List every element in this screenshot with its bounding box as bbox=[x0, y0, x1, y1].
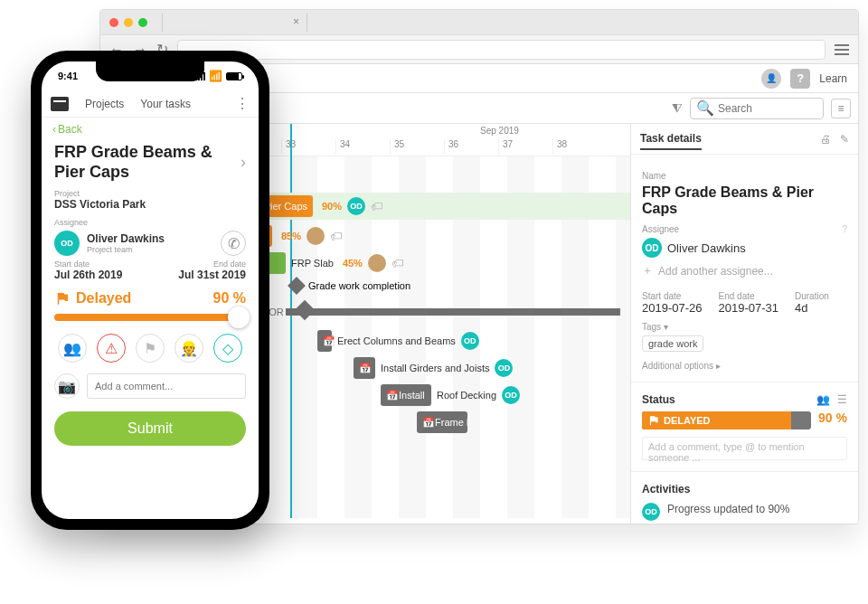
additional-options[interactable]: Additional options ▸ bbox=[642, 361, 847, 371]
phone-mockup: 9:41 📶 Projects Your tasks ⋮ ‹ Back FRP … bbox=[31, 51, 269, 530]
assignee-badge[interactable]: OD bbox=[461, 332, 479, 350]
milestone-icon bbox=[288, 277, 306, 295]
home-icon[interactable] bbox=[51, 97, 69, 111]
help-icon[interactable]: ? bbox=[790, 69, 810, 89]
search-field[interactable]: 🔍 bbox=[690, 98, 824, 119]
task-label: Install Roof Decking bbox=[399, 390, 426, 401]
week-number: 38 bbox=[552, 139, 567, 154]
submit-button[interactable]: Submit bbox=[54, 411, 246, 446]
help-circle-icon[interactable]: ? bbox=[842, 224, 847, 234]
chevron-left-icon: ‹ bbox=[52, 123, 56, 136]
assignee-badge[interactable] bbox=[307, 227, 325, 245]
assignee-badge[interactable]: OD bbox=[495, 359, 513, 377]
name-label: Name bbox=[642, 171, 847, 181]
print-icon[interactable]: 🖨 bbox=[820, 133, 831, 146]
status-row: Delayed 90 % bbox=[54, 290, 246, 307]
lines-icon[interactable]: ☰ bbox=[837, 393, 847, 406]
window-close[interactable] bbox=[109, 18, 118, 27]
end-date-value[interactable]: 2019-07-31 bbox=[719, 301, 779, 315]
assignee-badge[interactable] bbox=[368, 254, 386, 272]
start-label: Start date bbox=[54, 260, 122, 269]
assignee-role: Project team bbox=[87, 245, 165, 254]
status-label: Status bbox=[642, 393, 675, 406]
window-zoom[interactable] bbox=[138, 18, 147, 27]
duration-value: 4d bbox=[795, 301, 829, 315]
phone-notch bbox=[96, 61, 204, 81]
filter-icon[interactable]: ⧨ bbox=[672, 100, 683, 116]
task-name: FRP Grade Beams & Pier Caps bbox=[642, 184, 847, 217]
back-label: Back bbox=[58, 123, 82, 136]
task-label: FRP Slab bbox=[291, 258, 334, 269]
search-input[interactable] bbox=[718, 102, 817, 115]
activities-label: Activities bbox=[642, 483, 847, 495]
task-bar-erect-columns[interactable]: 📅 Erect Columns and Beams OD bbox=[317, 330, 479, 352]
address-bar[interactable] bbox=[177, 40, 826, 60]
mobile-task-title: FRP Grade Beams & Pier Caps bbox=[54, 143, 241, 182]
assignee-badge[interactable]: OD bbox=[502, 386, 520, 404]
duration-label: Duration bbox=[795, 291, 829, 301]
week-number: 35 bbox=[390, 139, 404, 154]
progress-slider[interactable] bbox=[54, 314, 246, 321]
battery-icon bbox=[226, 72, 242, 80]
mobile-assignee-row[interactable]: OD Oliver Dawkins Project team ✆ bbox=[54, 231, 246, 256]
task-percent: 90% bbox=[322, 201, 342, 212]
task-label: Install Girders and Joists bbox=[381, 363, 489, 373]
window-titlebar bbox=[100, 10, 858, 35]
tag-icon[interactable]: 🏷 bbox=[330, 229, 343, 243]
wifi-icon: 📶 bbox=[209, 70, 222, 82]
chevron-right-icon[interactable]: › bbox=[241, 153, 246, 172]
task-bar-frame-exterior[interactable]: 📅 Frame Exterior bbox=[417, 411, 467, 433]
browser-menu-icon[interactable] bbox=[835, 44, 849, 55]
tag-icon[interactable]: 🏷 bbox=[392, 256, 404, 270]
milestone-label: Grade work completion bbox=[308, 280, 410, 291]
tab-projects[interactable]: Projects bbox=[85, 98, 124, 110]
worker-icon[interactable]: 👷 bbox=[175, 334, 203, 363]
panel-tab[interactable]: Task details bbox=[640, 128, 702, 150]
panel-header: Task details 🖨 ✎ bbox=[631, 124, 858, 155]
warning-icon[interactable]: ⚠ bbox=[97, 334, 126, 363]
add-assignee-button[interactable]: ＋ Add another assignee... bbox=[642, 263, 847, 278]
task-percent: 45% bbox=[343, 258, 363, 269]
tab-your-tasks[interactable]: Your tasks bbox=[140, 98, 191, 110]
people-icon[interactable]: 👥 bbox=[816, 393, 830, 406]
flag-action-icon[interactable]: ⚑ bbox=[136, 334, 165, 363]
assignee-name: Oliver Dawkins bbox=[87, 232, 165, 245]
link-icon[interactable]: ◇ bbox=[213, 334, 242, 363]
task-bar-frp-slab[interactable]: FRP Slab 45% 🏷 bbox=[259, 252, 404, 274]
comment-input[interactable]: Add a comment, type @ to mention someone… bbox=[642, 437, 847, 460]
assignee-badge[interactable]: OD bbox=[347, 197, 365, 215]
tag-pill[interactable]: grade work bbox=[642, 335, 703, 352]
browser-tabstrip bbox=[162, 14, 849, 32]
browser-tab[interactable] bbox=[163, 14, 307, 32]
user-avatar[interactable]: 👤 bbox=[761, 69, 781, 89]
tags-label: Tags ▾ bbox=[642, 322, 847, 332]
progress-bar[interactable]: DELAYED bbox=[642, 411, 811, 429]
learn-link[interactable]: Learn bbox=[819, 72, 847, 85]
task-bar-roof-decking[interactable]: 📅 Install Roof Decking Roof Decking OD bbox=[381, 384, 520, 406]
call-button[interactable]: ✆ bbox=[221, 231, 246, 256]
today-line bbox=[290, 124, 292, 518]
task-bar-girders-joists[interactable]: 📅 Install Girders and Joists OD bbox=[354, 357, 513, 379]
mobile-comment-input[interactable] bbox=[87, 373, 246, 399]
list-toggle-icon[interactable]: ≡ bbox=[831, 99, 851, 118]
activity-avatar: OD bbox=[642, 503, 660, 521]
back-button[interactable]: ‹ Back bbox=[42, 118, 259, 141]
week-number: 33 bbox=[281, 139, 296, 154]
week-number: 37 bbox=[498, 139, 513, 154]
camera-icon[interactable]: 📷 bbox=[54, 373, 80, 399]
kebab-menu-icon[interactable]: ⋮ bbox=[235, 95, 250, 112]
group-bar[interactable] bbox=[286, 308, 620, 316]
tag-icon[interactable]: 🏷 bbox=[371, 199, 383, 213]
window-minimize[interactable] bbox=[124, 18, 133, 27]
edit-icon[interactable]: ✎ bbox=[840, 133, 849, 146]
slider-knob[interactable] bbox=[228, 307, 250, 328]
week-number: 36 bbox=[444, 139, 458, 154]
assignee-avatar: OD bbox=[54, 231, 80, 256]
milestone-grade-completion[interactable]: Grade work completion bbox=[290, 279, 410, 292]
assignee-chip[interactable]: OD Oliver Dawkins bbox=[642, 238, 746, 258]
flag-icon bbox=[647, 414, 660, 427]
assignee-initials: OD bbox=[642, 238, 662, 258]
mobile-tabs: Projects Your tasks ⋮ bbox=[42, 90, 259, 118]
group-icon[interactable]: 👥 bbox=[58, 334, 87, 363]
start-date-value[interactable]: 2019-07-26 bbox=[642, 301, 703, 315]
